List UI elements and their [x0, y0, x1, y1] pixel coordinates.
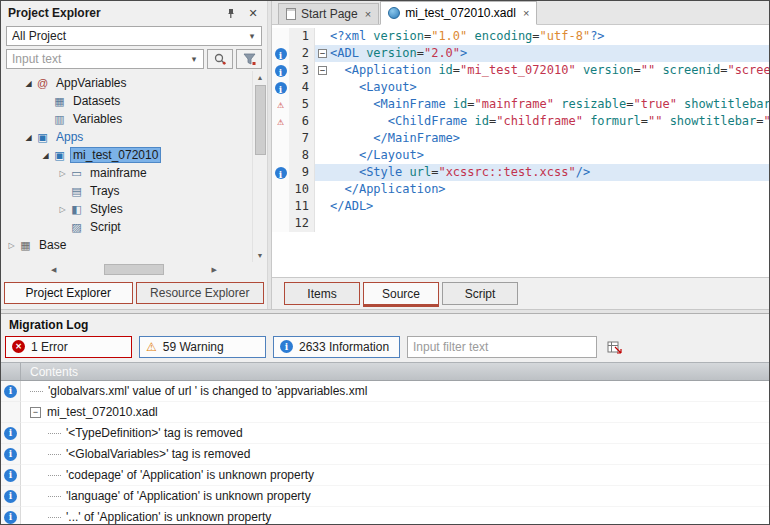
log-row[interactable]: i'globalvars.xml' value of url ' is chan…	[1, 381, 769, 402]
log-row-content: '...' of 'Application' is unknown proper…	[21, 507, 769, 524]
fold-minus-icon[interactable]: −	[318, 49, 327, 58]
pin-icon[interactable]	[222, 5, 238, 21]
code-line-2[interactable]: i2−<ADL version="2.0">	[272, 45, 769, 62]
scroll-up-icon[interactable]: ▲	[253, 71, 267, 84]
code-line-5[interactable]: ⚠5 <MainFrame id="mainframe" resizable="…	[272, 96, 769, 113]
gutter-cell: i	[272, 79, 289, 96]
log-filter-input[interactable]	[407, 336, 597, 358]
editor-tab-start-page[interactable]: Start Page×	[278, 3, 379, 24]
editor-tab-mi-test-072010-xadl[interactable]: mi_test_072010.xadl×	[380, 1, 537, 25]
log-row[interactable]: i'<TypeDefinition>' tag is removed	[1, 423, 769, 444]
log-row[interactable]: i'...' of 'Application' is unknown prope…	[1, 507, 769, 524]
chevron-down-icon[interactable]: ▾	[187, 54, 201, 64]
gutter-cell	[272, 181, 289, 198]
collapse-toggle-icon[interactable]: ◢	[22, 133, 35, 142]
log-row[interactable]: i'language' of 'Application' is unknown …	[1, 486, 769, 507]
tab-items[interactable]: Items	[284, 282, 360, 305]
code-line-3[interactable]: i3− <Application id="mi_test_072010" ver…	[272, 62, 769, 79]
tab-project-explorer[interactable]: Project Explorer	[4, 282, 133, 304]
search-button[interactable]	[207, 49, 233, 69]
scroll-left-icon[interactable]: ◀	[6, 263, 102, 276]
tree-item-label: AppVariables	[53, 75, 130, 91]
warning-icon: ⚠	[277, 99, 284, 110]
fold-minus-icon[interactable]: −	[318, 66, 327, 75]
tree-item-label: Script	[87, 219, 124, 235]
collapse-toggle-icon[interactable]: ◢	[39, 151, 52, 160]
gutter-cell: ⚠	[272, 96, 289, 113]
tree-connector	[48, 496, 61, 497]
tree-item-label: Base	[36, 237, 69, 253]
code-line-4[interactable]: i4 <Layout>	[272, 79, 769, 96]
code-text: <?xml version="1.0" encoding="utf-8"?>	[330, 28, 769, 45]
tree-item-mi-test-072010[interactable]: ◢▣mi_test_072010	[1, 146, 251, 164]
tab-source[interactable]: Source	[363, 282, 439, 305]
code-line-9[interactable]: i9 <Style url="xcssrc::test.xcss"/>	[272, 164, 769, 181]
tree-item-mainframe[interactable]: ▷▭mainframe	[1, 164, 251, 182]
code-line-8[interactable]: 8 </Layout>	[272, 147, 769, 164]
close-tab-icon[interactable]: ×	[523, 7, 529, 19]
line-number: 8	[289, 147, 315, 164]
collapse-toggle-icon[interactable]: ◢	[22, 79, 35, 88]
log-row[interactable]: i'<GlobalVariables>' tag is removed	[1, 444, 769, 465]
panel-title: Project Explorer	[8, 6, 215, 20]
close-icon[interactable]: ✕	[245, 5, 261, 21]
export-log-button[interactable]	[604, 336, 626, 358]
log-message: 'language' of 'Application' is unknown p…	[66, 489, 311, 503]
line-number: 3	[289, 62, 315, 79]
log-message: '...' of 'Application' is unknown proper…	[66, 510, 271, 524]
log-row[interactable]: −mi_test_072010.xadl	[1, 402, 769, 423]
search-input[interactable]	[12, 52, 187, 66]
log-row-gutter: i	[1, 507, 21, 524]
code-text: <ChildFrame id="childframe" formurl="" s…	[330, 113, 769, 130]
scroll-down-icon[interactable]: ▼	[253, 249, 267, 262]
line-number: 12	[289, 215, 315, 232]
warning-filter-button[interactable]: ⚠59 Warning	[139, 336, 266, 358]
fold-toggle[interactable]: −	[315, 45, 330, 62]
code-line-1[interactable]: 1<?xml version="1.0" encoding="utf-8"?>	[272, 28, 769, 45]
tab-script[interactable]: Script	[442, 282, 518, 305]
log-row[interactable]: i'codepage' of 'Application' is unknown …	[1, 465, 769, 486]
code-line-11[interactable]: 11</ADL>	[272, 198, 769, 215]
search-row: ▾	[6, 49, 262, 69]
tree-item-label: Apps	[53, 129, 86, 145]
start-page-icon	[286, 8, 296, 20]
scrollbar-thumb[interactable]	[255, 85, 266, 155]
close-tab-icon[interactable]: ×	[365, 8, 371, 20]
project-select[interactable]: All Project ▾	[6, 26, 262, 46]
info-filter-button[interactable]: i2633 Information	[273, 336, 400, 358]
expand-toggle-icon[interactable]: ▷	[5, 241, 18, 250]
scrollbar-thumb[interactable]	[104, 264, 165, 275]
tree-vertical-scrollbar[interactable]: ▲ ▼	[252, 71, 267, 262]
code-line-6[interactable]: ⚠6 <ChildFrame id="childframe" formurl="…	[272, 113, 769, 130]
styles-icon: ◧	[69, 203, 84, 216]
error-filter-button[interactable]: ✕1 Error	[5, 336, 132, 358]
tree-item-trays[interactable]: ▤Trays	[1, 182, 251, 200]
code-line-10[interactable]: 10 </Application>	[272, 181, 769, 198]
tab-resource-explorer[interactable]: Resource Explorer	[136, 282, 265, 304]
info-icon: i	[280, 340, 293, 353]
scroll-right-icon[interactable]: ▶	[166, 263, 262, 276]
tree-item-script[interactable]: ▨Script	[1, 218, 251, 236]
expand-toggle-icon[interactable]: ▷	[56, 169, 69, 178]
tree-horizontal-scrollbar[interactable]: ◀ ▶	[6, 262, 262, 277]
tree-item-base[interactable]: ▷▦Base	[1, 236, 251, 254]
project-select-value: All Project	[12, 29, 245, 43]
code-line-12[interactable]: 12	[272, 215, 769, 232]
log-message: '<TypeDefinition>' tag is removed	[66, 426, 243, 440]
fold-toggle[interactable]: −	[315, 62, 330, 79]
editor-view-tab-strip: ItemsSourceScript	[272, 277, 769, 309]
tree-item-apps[interactable]: ◢▣Apps	[1, 128, 251, 146]
code-editor[interactable]: 1<?xml version="1.0" encoding="utf-8"?>i…	[272, 25, 769, 277]
code-text: </Application>	[330, 181, 769, 198]
expand-toggle-icon[interactable]: ▷	[56, 205, 69, 214]
filter-button[interactable]	[236, 49, 262, 69]
tree-item-variables[interactable]: ▥Variables	[1, 110, 251, 128]
code-line-7[interactable]: 7 </MainFrame>	[272, 130, 769, 147]
tree-item-appvariables[interactable]: ◢@AppVariables	[1, 74, 251, 92]
tree-item-datasets[interactable]: ▦Datasets	[1, 92, 251, 110]
tree-item-styles[interactable]: ▷◧Styles	[1, 200, 251, 218]
search-combo[interactable]: ▾	[6, 49, 204, 69]
tree-item-label: Styles	[87, 201, 126, 217]
panel-header: Project Explorer ✕	[1, 1, 267, 23]
collapse-toggle-icon[interactable]: −	[30, 407, 41, 418]
